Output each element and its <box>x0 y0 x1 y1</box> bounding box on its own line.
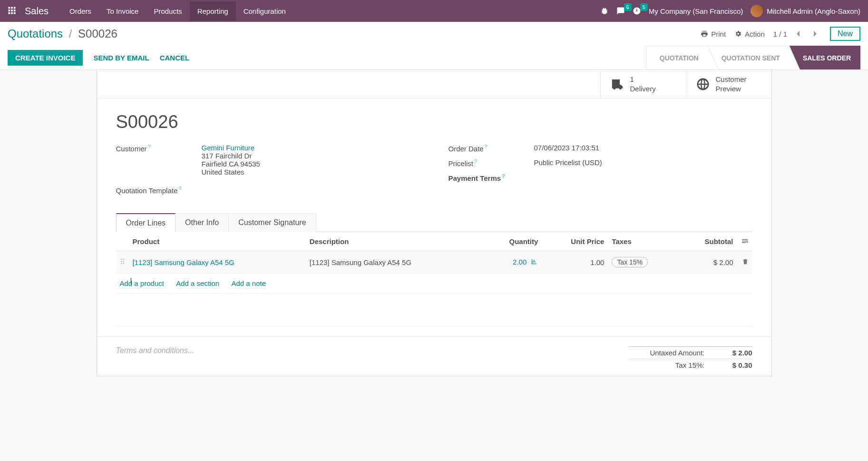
th-description: Description <box>306 232 483 251</box>
columns-options-icon[interactable] <box>741 238 749 246</box>
apps-icon[interactable] <box>8 6 21 16</box>
app-brand[interactable]: Sales <box>25 6 49 17</box>
help-icon[interactable]: ? <box>502 173 505 179</box>
add-note-link[interactable]: Add a note <box>232 279 266 287</box>
svg-rect-3 <box>9 10 10 11</box>
menu-reporting[interactable]: Reporting <box>190 1 236 21</box>
pager-next[interactable] <box>809 28 821 40</box>
description-cell[interactable]: [1123] Samsung Galaxy A54 5G <box>306 251 483 274</box>
untaxed-label: Untaxed Amount: <box>629 349 705 357</box>
th-quantity: Quantity <box>483 232 542 251</box>
payment-terms-value[interactable] <box>534 173 752 182</box>
debug-icon[interactable] <box>600 7 609 15</box>
pager: 1 / 1 <box>773 28 821 40</box>
user-menu[interactable]: Mitchell Admin (Anglo-Saxon) <box>751 5 860 17</box>
help-icon[interactable]: ? <box>178 186 181 191</box>
help-icon[interactable]: ? <box>485 144 488 149</box>
svg-rect-4 <box>11 10 13 11</box>
cp-actions: Print Action 1 / 1 New <box>701 27 860 41</box>
quotation-template-label: Quotation Template? <box>116 186 202 195</box>
svg-rect-6 <box>9 12 10 14</box>
tab-order-lines[interactable]: Order Lines <box>116 213 176 232</box>
tax-tag[interactable]: Tax 15% <box>612 257 648 267</box>
button-box: 1Delivery CustomerPreview <box>97 70 771 98</box>
order-date-value: 07/06/2023 17:03:51 <box>534 144 752 153</box>
tab-customer-signature[interactable]: Customer Signature <box>229 213 316 232</box>
svg-rect-1 <box>11 7 13 9</box>
company-selector[interactable]: My Company (San Francisco) <box>649 7 743 15</box>
menu-products[interactable]: Products <box>146 1 189 21</box>
customer-label: Customer? <box>116 144 202 176</box>
new-button[interactable]: New <box>830 27 860 41</box>
svg-rect-8 <box>14 12 16 14</box>
pager-text[interactable]: 1 / 1 <box>773 30 787 38</box>
svg-rect-0 <box>9 7 10 9</box>
untaxed-value: $ 2.00 <box>719 349 752 357</box>
address-line: United States <box>202 168 420 176</box>
breadcrumb-root[interactable]: Quotations <box>8 27 63 40</box>
add-product-link[interactable]: Add a product <box>120 279 164 287</box>
address-line: 317 Fairchild Dr <box>202 152 420 160</box>
quantity-cell[interactable]: 2.00 <box>513 258 527 266</box>
pager-prev[interactable] <box>792 28 804 40</box>
tax-label: Tax 15%: <box>629 361 705 369</box>
terms-input[interactable]: Terms and conditions... <box>116 346 195 371</box>
th-unit-price: Unit Price <box>542 232 608 251</box>
main-menu: Orders To Invoice Products Reporting Con… <box>62 1 293 21</box>
delivery-stat-button[interactable]: 1Delivery <box>600 70 686 98</box>
tax-value: $ 0.30 <box>719 361 752 369</box>
order-lines-table: Product Description Quantity Unit Price … <box>116 232 752 327</box>
menu-to-invoice[interactable]: To Invoice <box>99 1 146 21</box>
order-date-label: Order Date? <box>449 144 534 153</box>
print-icon <box>701 30 708 38</box>
action-button[interactable]: Action <box>734 30 765 38</box>
unit-price-cell[interactable]: 1.00 <box>542 251 608 274</box>
add-section-link[interactable]: Add a section <box>176 279 219 287</box>
user-name: Mitchell Admin (Anglo-Saxon) <box>767 7 860 15</box>
order-name: S00026 <box>116 112 752 132</box>
breadcrumb: Quotations / S00026 <box>8 27 117 40</box>
truck-icon <box>610 77 624 91</box>
svg-rect-5 <box>14 10 16 11</box>
th-product: Product <box>129 232 306 251</box>
product-link[interactable]: [1123] Samsung Galaxy A54 5G <box>133 258 234 266</box>
breadcrumb-sep: / <box>69 27 72 40</box>
cancel-button[interactable]: CANCEL <box>160 54 190 62</box>
svg-rect-2 <box>14 7 16 9</box>
quotation-template-value[interactable] <box>202 186 420 195</box>
status-quotation[interactable]: QUOTATION <box>646 46 708 69</box>
delete-row-icon[interactable] <box>742 258 749 266</box>
add-links-row: | Add a product Add a section Add a note <box>116 274 752 294</box>
gear-icon <box>734 30 742 38</box>
help-icon[interactable]: ? <box>148 144 151 149</box>
th-subtotal: Subtotal <box>679 232 737 251</box>
forecast-icon[interactable] <box>530 258 538 266</box>
activities-icon[interactable]: 5 <box>633 7 641 15</box>
control-panel: Quotations / S00026 Print Action 1 / 1 N… <box>0 22 868 70</box>
status-quotation-sent[interactable]: QUOTATION SENT <box>708 46 790 69</box>
table-row[interactable]: ⠿ [1123] Samsung Galaxy A54 5G [1123] Sa… <box>116 251 752 274</box>
statusbar: QUOTATION QUOTATION SENT SALES ORDER <box>646 46 860 69</box>
breadcrumb-current: S00026 <box>78 27 117 40</box>
send-email-button[interactable]: SEND BY EMAIL <box>93 54 149 62</box>
menu-orders[interactable]: Orders <box>62 1 99 21</box>
activities-badge: 5 <box>640 3 648 11</box>
create-invoice-button[interactable]: CREATE INVOICE <box>8 50 83 66</box>
messages-icon[interactable]: 6 <box>616 7 625 15</box>
messages-badge: 6 <box>624 3 632 11</box>
top-navbar: Sales Orders To Invoice Products Reporti… <box>0 0 868 22</box>
globe-icon <box>696 77 710 91</box>
th-taxes: Taxes <box>608 232 678 251</box>
customer-preview-button[interactable]: CustomerPreview <box>686 70 771 98</box>
print-button[interactable]: Print <box>701 30 726 38</box>
status-sales-order[interactable]: SALES ORDER <box>790 46 860 69</box>
address-line: Fairfield CA 94535 <box>202 160 420 168</box>
customer-link[interactable]: Gemini Furniture <box>202 144 255 152</box>
drag-handle-icon[interactable]: ⠿ <box>116 251 129 274</box>
tab-other-info[interactable]: Other Info <box>176 213 229 232</box>
menu-configuration[interactable]: Configuration <box>236 1 293 21</box>
help-icon[interactable]: ? <box>474 158 477 164</box>
form-sheet: 1Delivery CustomerPreview S00026 Custome… <box>97 70 772 376</box>
subtotal-cell: $ 2.00 <box>679 251 737 274</box>
avatar <box>751 5 763 17</box>
